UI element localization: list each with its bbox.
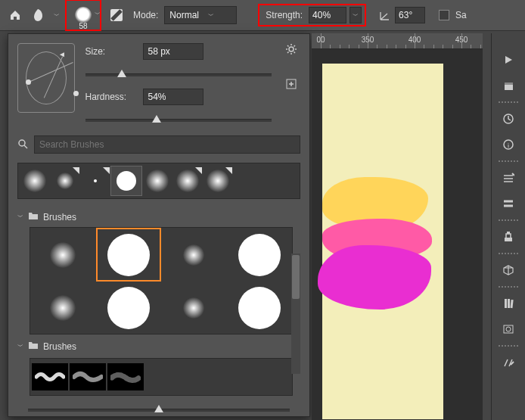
recent-brush[interactable] [80,166,110,195]
sample-all-layers-checkbox[interactable] [439,10,449,20]
texture-brush-row [30,358,293,396]
mode-value: Normal [169,10,199,20]
options-bar: ﹀ 58 ﹀ Mode: Normal ﹀ Strength: 40% ﹀ 63… [0,0,525,31]
search-icon [17,138,28,151]
recent-brush[interactable] [142,166,172,195]
brush-scrollbar[interactable] [291,254,300,374]
svg-point-3 [19,140,25,146]
texture-brush[interactable] [32,363,68,390]
brush-search-input[interactable] [34,135,300,154]
home-icon[interactable] [5,5,26,26]
folder-icon [28,211,39,222]
strength-input[interactable]: 40% [309,7,346,23]
3d-icon[interactable] [495,259,522,282]
brush-thumb[interactable] [161,282,227,334]
brushes-panel-icon[interactable] [495,166,522,189]
recent-brush-selected[interactable] [110,166,142,196]
gear-icon[interactable] [285,43,297,58]
hardness-label: Hardness: [85,92,135,102]
size-label: Size: [85,46,135,57]
info-icon[interactable]: i [495,133,522,156]
svg-text:i: i [508,142,510,149]
preview-size-slider[interactable] [28,403,290,415]
brush-thumb[interactable] [30,228,96,282]
strength-group: Strength: 40% ﹀ [258,4,366,26]
brush-folder-header[interactable]: ﹀ Brushes [8,208,309,226]
angle-icon[interactable] [378,5,392,26]
texture-brush[interactable] [70,363,106,390]
folder-icon [28,341,39,352]
recent-brush[interactable] [20,166,50,195]
hardness-input[interactable]: 54% [143,89,203,105]
svg-rect-5 [505,82,513,85]
brush-thumb[interactable] [227,282,293,334]
paint-stroke-magenta [318,245,431,310]
svg-rect-12 [508,299,510,308]
document-canvas[interactable] [322,64,443,419]
svg-point-1 [289,47,294,51]
size-slider[interactable] [85,69,272,79]
folder-label: Brushes [43,341,76,352]
angle-input[interactable]: 63° [395,7,425,23]
sample-label: Sa [455,10,467,20]
brush-thumb[interactable] [227,228,293,282]
calendar-icon[interactable] [495,74,522,97]
texture-brush[interactable] [107,363,144,390]
recent-brush[interactable] [203,166,233,195]
folder-label: Brushes [43,212,76,222]
strength-label: Strength: [266,10,303,20]
chevron-down-icon: ﹀ [17,213,23,221]
chevron-down-icon: ﹀ [17,342,23,350]
brush-grid [30,227,293,334]
svg-point-15 [506,327,511,331]
brush-thumb-selected[interactable] [96,228,162,282]
brush-thumb[interactable] [96,282,162,334]
recent-brush[interactable] [50,166,80,195]
recent-brushes-strip [17,163,300,199]
size-input[interactable]: 58 px [143,43,203,60]
brush-size-indicator: 58 [67,22,100,30]
brush-angle-control[interactable]: ◄ [17,43,75,113]
hardness-slider[interactable] [85,114,272,125]
canvas-area: 00 350 400 450 [312,33,483,420]
mode-label: Mode: [133,10,158,20]
recent-brush[interactable] [172,166,203,195]
brush-thumb[interactable] [161,228,227,282]
brush-thumb[interactable] [30,282,96,334]
smudge-tool-icon[interactable] [29,5,50,26]
chevron-down-icon: ﹀ [94,10,101,18]
svg-rect-11 [505,299,507,308]
adjustments-icon[interactable] [495,318,522,341]
horizontal-ruler: 00 350 400 450 [312,33,483,49]
brush-settings-icon[interactable] [106,5,127,26]
svg-rect-13 [510,300,513,308]
tool-dropdown[interactable]: ﹀ [53,11,61,20]
svg-rect-10 [507,232,510,234]
modify-icon[interactable] [495,351,522,374]
history-icon[interactable] [495,107,522,130]
brush-preset-picker[interactable]: 58 ﹀ [65,0,101,31]
brush-preset-panel: ◄ Size: 58 px Hardness: 54% [8,33,310,417]
strength-dropdown[interactable]: ﹀ [349,7,362,23]
svg-rect-9 [505,238,512,241]
clone-source-icon[interactable] [495,226,522,248]
new-preset-icon[interactable] [286,79,297,92]
right-panel-bar: i [491,33,525,420]
brush-folder-header-2[interactable]: ﹀ Brushes [8,338,309,355]
play-icon[interactable] [495,48,522,71]
chevron-down-icon: ﹀ [208,11,214,20]
libraries-icon[interactable] [495,292,522,315]
brush-settings-panel-icon[interactable] [495,192,522,215]
mode-select[interactable]: Normal ﹀ [164,6,237,24]
